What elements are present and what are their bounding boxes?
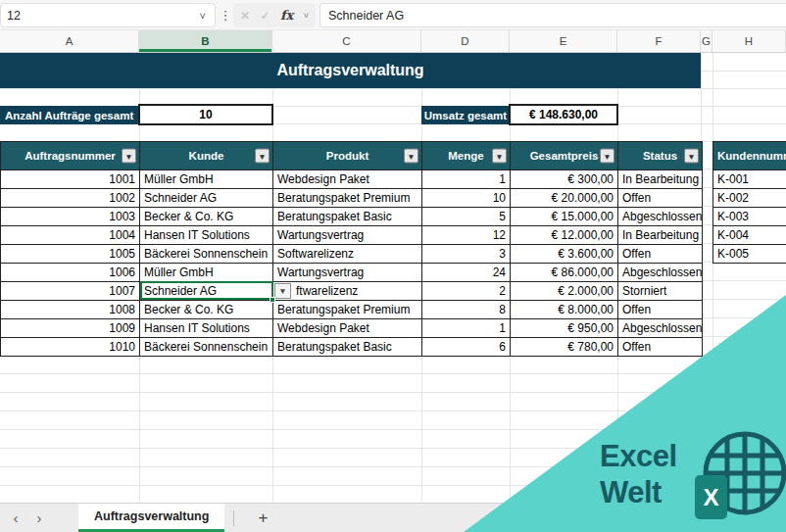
cell-status[interactable]: In Bearbeitung xyxy=(618,225,702,244)
cell-nr[interactable]: 1003 xyxy=(1,207,140,225)
orders-header-2[interactable]: Produkt▼ xyxy=(273,142,422,169)
column-header-f[interactable]: F xyxy=(617,30,701,52)
cell-status[interactable]: Storniert xyxy=(618,281,702,300)
cell-produkt[interactable]: Wartungsvertrag xyxy=(273,225,422,244)
cell-kunde[interactable]: Hansen IT Solutions xyxy=(140,225,273,244)
cell-kunde[interactable]: Bäckerei Sonnenschein xyxy=(140,337,273,356)
filter-icon[interactable]: ▼ xyxy=(255,149,270,164)
cell-produkt[interactable]: Beratungspaket Basic xyxy=(273,337,422,356)
cell-menge[interactable]: 2 xyxy=(422,281,511,300)
cell-status[interactable]: In Bearbeitung xyxy=(618,169,702,188)
formula-input[interactable]: Schneider AG xyxy=(319,3,786,27)
cell-preis[interactable]: € 2.000,00 xyxy=(511,281,618,300)
cell-menge[interactable]: 8 xyxy=(422,300,511,318)
cell-kunde[interactable]: Müller GmbH xyxy=(140,263,273,281)
cell-preis[interactable]: € 86.000,00 xyxy=(511,263,618,281)
cell-nr[interactable]: 1010 xyxy=(1,337,140,356)
cell-preis[interactable]: € 780,00 xyxy=(511,337,618,356)
cell-kunde[interactable]: Schneider AG xyxy=(140,188,273,207)
count-value-cell[interactable]: 10 xyxy=(138,104,273,125)
more-options-icon[interactable]: ⋮ xyxy=(219,0,232,30)
cell-produkt[interactable]: Webdesign Paket xyxy=(273,169,422,188)
cell-produkt[interactable]: Beratungspaket Premium xyxy=(273,188,422,207)
fill-handle[interactable] xyxy=(270,297,275,303)
selected-cell[interactable]: Schneider AG xyxy=(140,281,273,300)
cell-kunde[interactable]: Müller GmbH xyxy=(140,169,273,188)
revenue-label-cell[interactable]: Umsatz gesamt xyxy=(421,106,510,124)
title-banner[interactable]: Auftragsverwaltung xyxy=(0,53,701,88)
kundennummer-cell[interactable]: K-003 xyxy=(713,207,786,225)
cell-status[interactable]: Offen xyxy=(618,337,702,356)
cell-menge[interactable]: 24 xyxy=(422,263,511,281)
count-label-cell[interactable]: Anzahl Aufträge gesamt xyxy=(0,106,139,124)
filter-icon[interactable]: ▼ xyxy=(492,149,507,164)
filter-icon[interactable]: ▼ xyxy=(404,149,418,164)
chevron-down-icon[interactable]: ˅ xyxy=(304,11,309,21)
orders-header-0[interactable]: Auftragsnummer▼ xyxy=(1,142,140,169)
filter-icon[interactable]: ▼ xyxy=(122,149,136,164)
sheet-tab-auftragsverwaltung[interactable]: Auftragsverwaltung xyxy=(78,504,224,532)
cell-status[interactable]: Abgeschlossen xyxy=(618,207,702,225)
cell-produkt[interactable]: Beratungspaket Premium xyxy=(273,300,422,318)
sheet-nav-left-icon[interactable]: ‹ xyxy=(4,509,27,526)
filter-icon[interactable]: ▼ xyxy=(684,149,699,164)
revenue-value-cell[interactable]: € 148.630,00 xyxy=(509,104,618,125)
cell-nr[interactable]: 1008 xyxy=(1,300,140,318)
cell-nr[interactable]: 1002 xyxy=(1,188,140,207)
cell-status[interactable]: Offen xyxy=(618,188,702,207)
orders-header-4[interactable]: Gesamtpreis▼ xyxy=(511,142,618,169)
cell-preis[interactable]: € 3.600,00 xyxy=(511,244,618,263)
orders-header-3[interactable]: Menge▼ xyxy=(422,142,511,169)
cell-kunde[interactable]: Bäckerei Sonnenschein xyxy=(140,244,273,263)
cell-produkt[interactable]: Wartungsvertrag xyxy=(273,263,422,281)
column-header-b[interactable]: B xyxy=(139,30,272,52)
cancel-icon[interactable]: ✕ xyxy=(240,9,250,23)
cell-kunde[interactable]: Hansen IT Solutions xyxy=(140,318,273,337)
cell-menge[interactable]: 5 xyxy=(422,207,511,225)
sheet-nav-right-icon[interactable]: › xyxy=(27,509,51,526)
column-header-a[interactable]: A xyxy=(0,30,139,52)
cell-preis[interactable]: € 8.000,00 xyxy=(511,300,618,318)
cell-menge[interactable]: 1 xyxy=(422,318,511,337)
confirm-icon[interactable]: ✓ xyxy=(260,9,270,23)
cell-nr[interactable]: 1004 xyxy=(1,225,140,244)
cell-menge[interactable]: 3 xyxy=(422,244,511,263)
cell-produkt[interactable]: ▼ftwarelizenz xyxy=(273,281,422,300)
cell-produkt[interactable]: Webdesign Paket xyxy=(273,318,422,337)
cell-status[interactable]: Abgeschlossen xyxy=(618,318,702,337)
cell-status[interactable]: Abgeschlossen xyxy=(618,263,702,281)
column-header-h[interactable]: H xyxy=(712,30,786,52)
orders-header-1[interactable]: Kunde▼ xyxy=(140,142,273,169)
cell-nr[interactable]: 1001 xyxy=(1,169,140,188)
name-box[interactable]: 12 ˅ xyxy=(0,3,216,27)
dropdown-icon[interactable]: ▼ xyxy=(274,283,291,299)
cell-menge[interactable]: 6 xyxy=(422,337,511,356)
cell-kunde[interactable]: Becker & Co. KG xyxy=(140,300,273,318)
kundennummer-cell[interactable]: K-004 xyxy=(713,225,786,244)
chevron-down-icon[interactable]: ˅ xyxy=(200,10,206,22)
cell-preis[interactable]: € 12.000,00 xyxy=(511,225,618,244)
cell-status[interactable]: Offen xyxy=(618,300,702,318)
kundennummer-header-cell[interactable]: Kundennummer xyxy=(713,142,786,169)
column-header-e[interactable]: E xyxy=(510,30,617,52)
cell-kunde[interactable]: Becker & Co. KG xyxy=(140,207,273,225)
column-header-d[interactable]: D xyxy=(421,30,510,52)
cell-nr[interactable]: 1006 xyxy=(1,263,140,281)
cell-preis[interactable]: € 15.000,00 xyxy=(511,207,618,225)
cell-produkt[interactable]: Beratungspaket Basic xyxy=(273,207,422,225)
cell-preis[interactable]: € 950,00 xyxy=(511,318,618,337)
cell-preis[interactable]: € 20.000,00 xyxy=(511,188,618,207)
kundennummer-cell[interactable]: K-005 xyxy=(713,244,786,263)
cell-nr[interactable]: 1007 xyxy=(1,281,140,300)
kundennummer-cell[interactable]: K-001 xyxy=(713,169,786,188)
cell-menge[interactable]: 1 xyxy=(422,169,511,188)
kundennummer-cell[interactable]: K-002 xyxy=(713,188,786,207)
cell-nr[interactable]: 1005 xyxy=(1,244,140,263)
insert-function-icon[interactable]: fx xyxy=(280,8,293,23)
cell-menge[interactable]: 10 xyxy=(422,188,511,207)
cell-menge[interactable]: 12 xyxy=(422,225,511,244)
filter-icon[interactable]: ▼ xyxy=(600,149,614,164)
orders-header-5[interactable]: Status▼ xyxy=(618,142,702,169)
cell-produkt[interactable]: Softwarelizenz xyxy=(273,244,422,263)
cell-preis[interactable]: € 300,00 xyxy=(511,169,618,188)
